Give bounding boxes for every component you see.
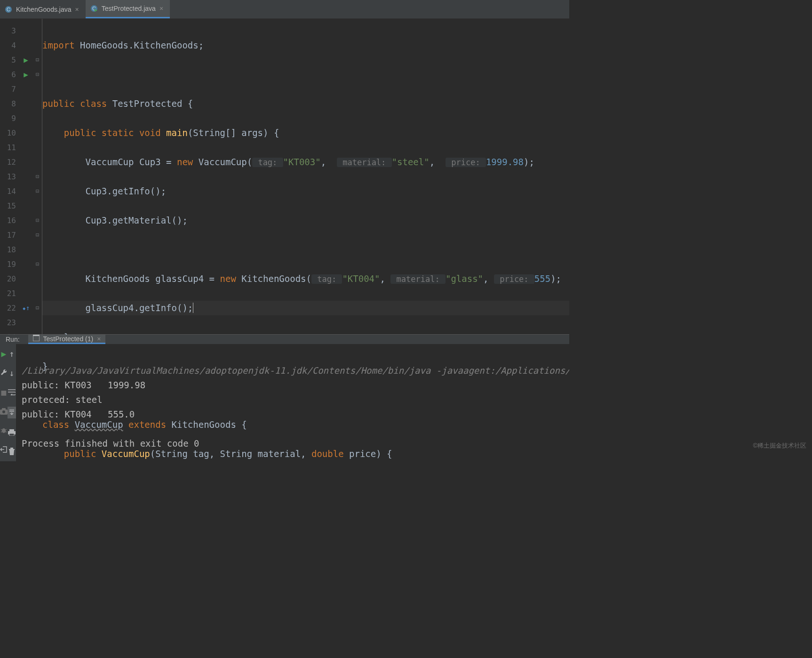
console-line: proteced: steel [22, 394, 103, 405]
close-icon[interactable]: × [97, 335, 101, 343]
code-area[interactable]: import HomeGoods.KitchenGoods; public cl… [42, 19, 569, 334]
svg-point-10 [2, 428, 6, 433]
down-arrow-icon[interactable]: ↓ [9, 368, 15, 378]
console-line: public: KT004 555.0 [22, 409, 135, 419]
trash-icon[interactable] [8, 447, 15, 457]
run-class-icon[interactable]: ▶ [19, 53, 33, 67]
exit-icon[interactable] [0, 445, 8, 455]
close-icon[interactable]: × [159, 5, 163, 12]
svg-line-14 [5, 432, 7, 432]
svg-text:C: C [7, 7, 10, 12]
run-config-tab[interactable]: TestProtected (1) × [28, 335, 106, 344]
editor-tabs: C KitchenGoods.java × C TestProtected.ja… [0, 0, 569, 19]
console-exit: Process finished with exit code 0 [22, 438, 199, 449]
rerun-icon[interactable]: ▶ [1, 349, 7, 359]
run-toolbar-inner: ↑ ↓ [8, 344, 16, 461]
run-tab-label: TestProtected (1) [43, 335, 94, 343]
override-icon[interactable]: ⬥↑ [19, 301, 33, 315]
svg-rect-23 [10, 448, 13, 449]
stop-icon[interactable]: ■ [1, 387, 7, 397]
console-output[interactable]: /Library/Java/JavaVirtualMachines/adopto… [16, 344, 569, 461]
console-command: /Library/Java/JavaVirtualMachines/adopto… [22, 365, 569, 376]
run-toolbar-left: ▶ ■ [0, 344, 8, 461]
svg-rect-6 [33, 335, 40, 336]
svg-rect-19 [9, 429, 14, 431]
up-arrow-icon[interactable]: ↑ [9, 349, 15, 359]
run-header: Run: TestProtected (1) × [0, 335, 569, 344]
run-label: Run: [0, 336, 28, 343]
console-line: public: KT003 1999.98 [22, 380, 145, 390]
bug-icon[interactable] [0, 426, 8, 436]
camera-icon[interactable] [0, 407, 8, 417]
code-editor[interactable]: 3456789101112131415161718192021222324 ▶ … [0, 19, 569, 334]
gutter-icons: ▶ ▶ ⬥↑ [19, 19, 33, 334]
window-icon [33, 335, 40, 343]
tab-label: TestProtected.java [102, 5, 156, 12]
tab-label: KitchenGoods.java [16, 6, 72, 13]
tab-kitchengoods[interactable]: C KitchenGoods.java × [0, 0, 86, 18]
run-method-icon[interactable]: ▶ [19, 67, 33, 82]
svg-line-11 [1, 429, 2, 430]
line-number-gutter: 3456789101112131415161718192021222324 [0, 19, 19, 334]
tab-testprotected[interactable]: C TestProtected.java × [86, 0, 170, 18]
soft-wrap-icon[interactable] [8, 387, 16, 397]
fold-gutter: ⊟⊟ ⊟⊟ ⊟⊟ ⊟ ⊟ [33, 19, 42, 334]
svg-line-12 [5, 429, 7, 430]
close-icon[interactable]: × [75, 6, 79, 13]
scroll-to-end-icon[interactable] [8, 407, 16, 418]
svg-point-9 [2, 410, 5, 413]
svg-line-13 [1, 432, 2, 432]
wrench-icon[interactable] [0, 368, 8, 378]
svg-rect-22 [9, 449, 15, 450]
print-icon[interactable] [8, 428, 16, 438]
run-tool-window: Run: TestProtected (1) × ▶ ■ [0, 334, 569, 461]
java-runnable-icon: C [90, 5, 98, 12]
java-class-icon: C [5, 6, 12, 13]
svg-rect-8 [2, 408, 6, 410]
svg-rect-21 [9, 433, 14, 436]
